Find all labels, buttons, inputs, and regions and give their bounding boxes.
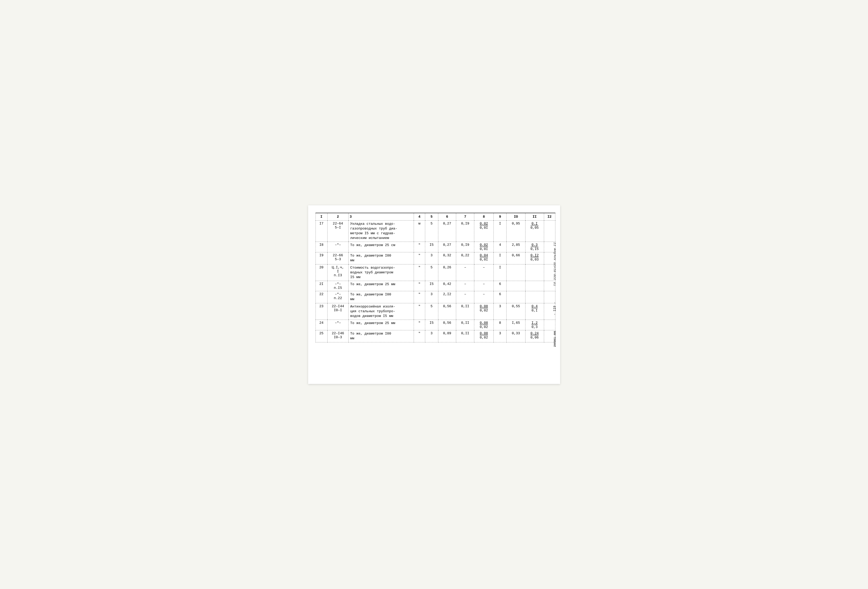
page-number-side: - 119 -: [553, 302, 557, 315]
table-row: I922–66 5–3То же, диаметром I00 мм"30,32…: [316, 252, 555, 264]
cell-row-num: 25: [316, 330, 327, 342]
cell-desc: То же, диаметром 25 мм: [348, 281, 414, 291]
cell-unit: ": [414, 281, 425, 291]
page-container: ТЛ 330-01435 Альбом II - 119 - 20561-06 …: [308, 205, 560, 384]
table-row: 20Ц.I,ч, I п.I3Стоимость водогазопро- во…: [316, 264, 555, 281]
table-row: 24–"–То же, диаметром 25 мм"I50,560,II0,…: [316, 320, 555, 330]
cell-col7: 0,II: [456, 303, 474, 320]
table-row: 2I–"– п.I5То же, диаметром 25 мм"I50,42–…: [316, 281, 555, 291]
cell-col11: [525, 281, 544, 291]
cell-col8: –: [474, 281, 494, 291]
cell-col5: 5: [425, 221, 438, 242]
cell-col8: 0,080,02: [474, 303, 494, 320]
cell-col5: I5: [425, 242, 438, 252]
cell-col10: I,65: [506, 320, 525, 330]
header-col1: I: [316, 213, 327, 221]
cell-unit: ": [414, 303, 425, 320]
cell-row-num: 24: [316, 320, 327, 330]
cell-col10: 0,55: [506, 303, 525, 320]
cell-desc: Укладка стальных водо- газопроводных тру…: [348, 221, 414, 242]
cell-desc: То же, диаметром 25 мм: [348, 320, 414, 330]
cell-col11: 0,I0,05: [525, 221, 544, 242]
header-col2: 2: [327, 213, 348, 221]
cell-col8: –: [474, 264, 494, 281]
cell-col9: 6: [493, 281, 506, 291]
cell-col10: [506, 281, 525, 291]
cell-col10: 0,33: [506, 330, 525, 342]
cell-col8: 0,020,0I: [474, 242, 494, 252]
cell-desc: То же, диаметром 25 см: [348, 242, 414, 252]
header-col11: II: [525, 213, 544, 221]
cell-col8: –: [474, 291, 494, 303]
cell-unit: м: [414, 221, 425, 242]
header-col5: 5: [425, 213, 438, 221]
cell-ref: –"– п.22: [327, 291, 348, 303]
cell-col11: [525, 264, 544, 281]
cell-col6: 0,26: [438, 264, 456, 281]
cell-col6: 0,89: [438, 330, 456, 342]
cell-col9: I: [493, 264, 506, 281]
cell-col10: 0,95: [506, 221, 525, 242]
side-label-bottom: 20561-06: [553, 331, 557, 347]
cell-col11: 0,I20,03: [525, 252, 544, 264]
cell-ref: 22–64 5–I: [327, 221, 348, 242]
cell-row-num: I9: [316, 252, 327, 264]
cell-col11: 0,240,06: [525, 330, 544, 342]
cell-row-num: 23: [316, 303, 327, 320]
table-row: 2322–I44 I0–IАнтикоррозийная изоля- ция …: [316, 303, 555, 320]
header-col9: 9: [493, 213, 506, 221]
cell-unit: ": [414, 264, 425, 281]
cell-col11: [525, 291, 544, 303]
cell-col6: 0,56: [438, 303, 456, 320]
cell-col8: 0,020,0I: [474, 221, 494, 242]
cell-col7: 0,I9: [456, 242, 474, 252]
cell-col9: I: [493, 221, 506, 242]
cell-col5: 3: [425, 252, 438, 264]
header-col3: 3: [348, 213, 414, 221]
cell-ref: –"–: [327, 242, 348, 252]
cell-col5: 3: [425, 330, 438, 342]
cell-col5: 3: [425, 291, 438, 303]
cell-ref: Ц.I,ч, I п.I3: [327, 264, 348, 281]
header-col8: 8: [474, 213, 494, 221]
table-row: I722–64 5–IУкладка стальных водо- газопр…: [316, 221, 555, 242]
cell-row-num: 2I: [316, 281, 327, 291]
header-col6: 6: [438, 213, 456, 221]
cell-desc: То же, диаметром I00 мм: [348, 252, 414, 264]
cell-col9: 3: [493, 303, 506, 320]
cell-unit: ": [414, 330, 425, 342]
cell-ref: 22–66 5–3: [327, 252, 348, 264]
cell-col7: –: [456, 281, 474, 291]
cell-col9: I: [493, 252, 506, 264]
cell-col6: 2,I2: [438, 291, 456, 303]
cell-desc: То же, диаметром I00 мм: [348, 330, 414, 342]
cell-row-num: 20: [316, 264, 327, 281]
cell-col9: 4: [493, 242, 506, 252]
cell-col7: 0,II: [456, 320, 474, 330]
cell-desc: Стоимость водогазопро- водных труб диаме…: [348, 264, 414, 281]
cell-col8: 0,080,02: [474, 320, 494, 330]
cell-ref: 22–I44 I0–I: [327, 303, 348, 320]
cell-unit: ": [414, 242, 425, 252]
cell-row-num: I7: [316, 221, 327, 242]
cell-col8: 0,040,0I: [474, 252, 494, 264]
cell-unit: ": [414, 252, 425, 264]
cell-col6: 0,27: [438, 221, 456, 242]
cell-col11: 0,40,I: [525, 303, 544, 320]
cell-col10: [506, 264, 525, 281]
table-row: 2522–I46 I0–3То же, диаметром I00 мм"30,…: [316, 330, 555, 342]
cell-col11: I,20,3: [525, 320, 544, 330]
cell-col9: 8: [493, 320, 506, 330]
cell-col6: 0,32: [438, 252, 456, 264]
cell-col7: 0,II: [456, 330, 474, 342]
cell-col7: –: [456, 264, 474, 281]
cell-col6: 0,56: [438, 320, 456, 330]
main-table: I 2 3 4 5 6 7 8 9 IO II I2 I722–64 5–IУк…: [316, 213, 555, 342]
table-header-row: I 2 3 4 5 6 7 8 9 IO II I2: [316, 213, 555, 221]
cell-col7: 0,22: [456, 252, 474, 264]
cell-col6: 0,27: [438, 242, 456, 252]
cell-col5: I5: [425, 320, 438, 330]
header-col4: 4: [414, 213, 425, 221]
cell-row-num: 22: [316, 291, 327, 303]
cell-col9: 3: [493, 330, 506, 342]
